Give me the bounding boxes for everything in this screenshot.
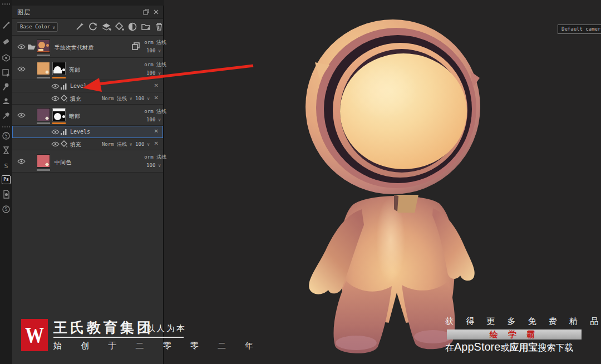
promo-footer: 获 得 更 多 免 费 精 品 教 程 绘 学 霸 在AppStore或应用宝搜…: [445, 316, 587, 354]
viewport-3d[interactable]: Default camera: [164, 0, 601, 364]
fill-blend-value[interactable]: Norm 法线: [102, 96, 132, 101]
effect-row-fill[interactable]: 填充 Norm 法线 100: [12, 92, 163, 105]
rail-grip: [2, 126, 10, 127]
company-since: 始 创 于 二 零 零 二 年: [53, 341, 262, 351]
panel-title: 图层: [17, 8, 31, 17]
promo-line3: 在AppStore或应用宝搜索下载: [445, 341, 587, 354]
layer-row-group[interactable]: 手绘次世代材质 orm 法线 100: [12, 36, 163, 58]
remove-effect-icon[interactable]: [154, 82, 159, 88]
svg-text:S: S: [5, 134, 8, 139]
effect-row-levels[interactable]: Levels: [12, 80, 163, 92]
visibility-eye-icon[interactable]: [17, 159, 26, 164]
effect-row-fill[interactable]: 填充 Norm 法线 100: [12, 138, 163, 150]
levels-histogram-icon: [60, 128, 68, 136]
svg-text:S: S: [4, 163, 8, 170]
company-logo: W: [21, 319, 48, 351]
instance-icon[interactable]: [131, 41, 141, 52]
branding-footer: W 王氏教育集团 以人为本 始 创 于 二 零 零 二 年: [0, 312, 223, 364]
visibility-eye-icon[interactable]: [51, 83, 60, 89]
fill-opacity-value[interactable]: 100: [135, 141, 150, 147]
promo-banner-text: 绘 学 霸: [490, 329, 539, 339]
company-slogan: 以人为本: [146, 323, 186, 334]
photoshop-plugin-icon[interactable]: Ps: [2, 175, 11, 184]
layers-panel-header: 图层: [12, 6, 163, 19]
substance-settings-icon[interactable]: S: [2, 131, 11, 140]
eraser-tool-icon[interactable]: [2, 37, 11, 46]
layer-row-dark[interactable]: 暗部 orm 法线 100: [12, 105, 163, 126]
visibility-eye-icon[interactable]: [17, 112, 26, 118]
paint-bucket-icon: [60, 95, 68, 102]
add-fill-layer-icon[interactable]: [115, 22, 125, 32]
projection-tool-icon[interactable]: [2, 53, 11, 62]
effect-name: 填充: [70, 141, 81, 149]
layers-toolbar: Base Color: [12, 19, 163, 36]
blend-mode-value[interactable]: orm 法线: [144, 154, 166, 161]
remove-effect-icon[interactable]: [154, 128, 159, 134]
promo-or: 或: [500, 343, 509, 352]
blend-mode-value[interactable]: orm 法线: [144, 108, 166, 115]
add-folder-icon[interactable]: [141, 22, 151, 32]
history-hourglass-icon[interactable]: [2, 146, 11, 155]
mask-strip: [52, 122, 66, 124]
visibility-eye-icon[interactable]: [51, 96, 60, 101]
fill-blend-value[interactable]: Norm 法线: [102, 141, 132, 147]
promo-banner: 绘 学 霸: [447, 329, 582, 340]
opacity-value[interactable]: 100: [146, 163, 161, 168]
delete-layer-icon[interactable]: [154, 22, 164, 32]
camera-label: Default camera: [558, 24, 601, 34]
fill-opacity-value[interactable]: 100: [135, 96, 150, 101]
open-folder-icon[interactable]: [27, 42, 36, 51]
layer-row-mid[interactable]: 中间色 orm 法线 100: [12, 150, 163, 173]
layer-mask-thumbnail[interactable]: [52, 62, 66, 75]
layer-color-thumbnail[interactable]: [37, 108, 50, 121]
layer-color-thumbnail[interactable]: [37, 62, 50, 75]
levels-histogram-icon: [60, 82, 68, 90]
channel-filter-dropdown[interactable]: Base Color: [17, 22, 58, 32]
add-effect-wand-icon[interactable]: [75, 22, 85, 32]
polygon-fill-tool-icon[interactable]: [2, 68, 11, 77]
document-icon[interactable]: [2, 190, 11, 199]
effect-name: Levels: [70, 129, 90, 135]
share-settings-icon[interactable]: S: [2, 205, 11, 214]
divider: [53, 337, 184, 338]
opacity-value[interactable]: 100: [146, 48, 161, 53]
channel-strip: [37, 169, 50, 171]
smudge-tool-icon[interactable]: [2, 82, 11, 91]
opacity-value[interactable]: 100: [146, 70, 161, 76]
visibility-eye-icon[interactable]: [51, 141, 60, 147]
channel-strip: [37, 122, 50, 124]
logo-letter: W: [25, 323, 44, 347]
float-panel-icon[interactable]: [142, 8, 150, 16]
promo-yingyongbao: 应用宝: [509, 342, 538, 353]
add-mask-icon[interactable]: [127, 22, 137, 32]
layer-mask-thumbnail[interactable]: [52, 108, 66, 121]
blend-mode-value[interactable]: orm 法线: [144, 39, 166, 46]
visibility-eye-icon[interactable]: [17, 44, 26, 50]
layer-name: 暗部: [69, 112, 80, 120]
add-smart-material-icon[interactable]: [88, 22, 98, 32]
clone-tool-icon[interactable]: [2, 97, 11, 106]
layers-panel: 图层 Base Color: [12, 6, 164, 364]
effect-row-levels-selected[interactable]: Levels: [12, 126, 163, 138]
remove-effect-icon[interactable]: [154, 140, 159, 146]
svg-text:S: S: [5, 207, 8, 212]
channel-strip: [37, 55, 50, 56]
promo-suffix: 搜索下载: [538, 343, 573, 352]
layer-name: 中间色: [55, 159, 71, 166]
visibility-eye-icon[interactable]: [17, 66, 26, 72]
paint-brush-tool-icon[interactable]: [2, 21, 11, 30]
layer-row-light[interactable]: 亮部 orm 法线 100: [12, 58, 163, 80]
tool-rail: S S Ps S: [0, 0, 12, 364]
visibility-eye-icon[interactable]: [51, 129, 60, 135]
group-thumbnail[interactable]: [37, 40, 50, 53]
channel-strip: [37, 77, 50, 78]
add-layer-icon[interactable]: [101, 22, 111, 32]
close-panel-icon[interactable]: [152, 8, 160, 16]
promo-line1: 获 得 更 多 免 费 精 品 教 程: [445, 316, 587, 327]
blend-mode-value[interactable]: orm 法线: [144, 61, 166, 68]
material-picker-tool-icon[interactable]: [2, 111, 11, 120]
remove-effect-icon[interactable]: [154, 95, 159, 101]
layer-color-thumbnail[interactable]: [37, 154, 50, 168]
source-icon[interactable]: S: [2, 161, 11, 170]
opacity-value[interactable]: 100: [146, 117, 161, 122]
